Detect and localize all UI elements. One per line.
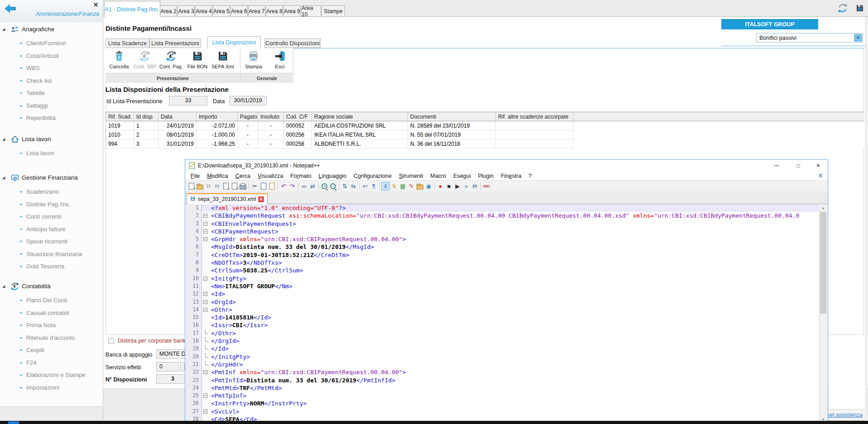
find-icon[interactable]: ∞: [300, 182, 308, 191]
print-icon[interactable]: [239, 182, 247, 191]
sidebar-item-gold-tesoreria[interactable]: Gold Tesoreria: [26, 263, 64, 270]
menubar-close-icon[interactable]: X: [819, 173, 822, 178]
menu-formato[interactable]: Formato: [287, 173, 315, 179]
run-macro-multiple-icon[interactable]: »: [462, 182, 470, 191]
column-header-ragione-sociale[interactable]: Ragione sociale: [312, 112, 408, 121]
tab-area-9[interactable]: Area 9: [283, 5, 301, 17]
code-line[interactable]: 13<OrgId>: [186, 298, 819, 306]
sidebar-item-cespiti[interactable]: Cespiti: [26, 347, 44, 353]
notepad-titlebar[interactable]: E:\Download\sepa_33_20190130.xml - Notep…: [185, 160, 828, 172]
code-line[interactable]: 18</OrgId>: [186, 337, 819, 345]
data-field[interactable]: 30/01/2019: [229, 96, 267, 105]
code-line[interactable]: 12<Id>: [186, 290, 819, 298]
xml-editor[interactable]: 1<?xml version="1.0" encoding="UTF-8"?>2…: [186, 204, 819, 423]
sidebar-item-lista-lavori[interactable]: Lista lavori: [26, 150, 54, 157]
fold-margin[interactable]: [202, 290, 209, 298]
sidebar-item-anticipo-fatture[interactable]: Anticipo fatture: [26, 226, 66, 233]
back-arrow-icon[interactable]: [4, 3, 17, 14]
column-header-data[interactable]: Data: [158, 112, 197, 121]
sidebar-group-anagrafiche[interactable]: Anagrafiche: [22, 26, 54, 33]
chevron-down-icon[interactable]: ▼: [854, 34, 862, 42]
fold-collapse-icon[interactable]: [203, 214, 207, 218]
stop-macro-icon[interactable]: ■: [445, 182, 453, 191]
fold-margin[interactable]: [202, 337, 209, 345]
fold-collapse-icon[interactable]: [203, 308, 207, 312]
code-line[interactable]: 14<Othr>: [186, 306, 819, 314]
column-header-rif-altre-scadenze-accorpate[interactable]: Rif. altre scadenze accorpate: [496, 112, 573, 121]
redo-icon[interactable]: ↷: [288, 182, 297, 191]
menu-linguaggio[interactable]: Linguaggio: [315, 173, 350, 179]
folder-workspace-icon[interactable]: [416, 182, 424, 191]
sidebar-item-situazione-finanziaria[interactable]: Situazione finanziaria: [26, 251, 82, 257]
sync-scroll-v-icon[interactable]: ⇅: [340, 182, 349, 191]
undo-icon[interactable]: ↶: [279, 182, 288, 191]
close-all-icon[interactable]: ×: [230, 182, 239, 191]
scroll-up-icon[interactable]: ▲: [820, 204, 827, 211]
code-line[interactable]: 23<PmtInfId>Distinta num. 33 del 30/01/2…: [186, 376, 819, 384]
spell-check-icon[interactable]: ABC: [482, 182, 491, 191]
app-scrollbar[interactable]: [865, 17, 868, 421]
paste-icon[interactable]: [268, 182, 276, 191]
fold-margin[interactable]: [202, 361, 209, 368]
code-line[interactable]: 1<?xml version="1.0" encoding="UTF-8"?>: [186, 204, 819, 212]
sidebar-item-distinte-pag-inc[interactable]: Distinte Pag./Inc.: [26, 201, 71, 208]
document-switcher-icon[interactable]: ✎: [407, 182, 416, 191]
fold-margin[interactable]: [202, 345, 209, 353]
sidebar-item-tabelle[interactable]: Tabelle: [26, 90, 45, 96]
menu-plugin[interactable]: Plugin: [474, 173, 497, 179]
tab-area-2[interactable]: Area 2: [160, 5, 177, 17]
sidebar-item-reperibilit[interactable]: Reperibilità: [26, 114, 56, 121]
esci-button[interactable]: Esci: [268, 49, 292, 72]
stampa-button[interactable]: Stampa: [241, 49, 266, 72]
fold-collapse-icon[interactable]: [203, 276, 207, 281]
fold-margin[interactable]: [202, 314, 209, 321]
fold-margin[interactable]: [202, 306, 209, 314]
sidebar-close-icon[interactable]: ✕: [93, 1, 98, 8]
sidebar-item-piano-dei-conti[interactable]: Piano Dei Conti: [26, 297, 67, 304]
tab-area-8[interactable]: Area 8: [266, 5, 283, 17]
zoom-out-icon[interactable]: −: [329, 182, 337, 191]
sidebar-item-impostazioni[interactable]: Impostazioni: [26, 384, 59, 391]
code-line[interactable]: 24<PmtMtd>TRF</PmtMtd>: [186, 384, 819, 392]
fold-margin[interactable]: [202, 212, 209, 219]
code-line[interactable]: 9<CtrlSum>5038.25</CtrlSum>: [186, 267, 819, 274]
fold-collapse-icon[interactable]: [203, 222, 207, 226]
tab-area-6[interactable]: Area 6: [230, 5, 248, 17]
play-macro-icon[interactable]: ▶: [453, 182, 462, 191]
code-line[interactable]: 27<SvcLvl>: [186, 408, 819, 415]
column-header-insoluto[interactable]: Insoluto: [258, 112, 284, 121]
sync-scroll-h-icon[interactable]: ⇆: [349, 182, 358, 191]
menu-macro[interactable]: Macro: [427, 173, 450, 179]
copy-icon[interactable]: [259, 182, 268, 191]
fold-margin[interactable]: [202, 251, 209, 259]
corporate-banking-checkbox[interactable]: [108, 338, 114, 344]
servizio-effetti-field[interactable]: 0: [156, 362, 179, 372]
column-header-rif-scad[interactable]: Rif. Scad.: [106, 112, 134, 121]
column-header-pagato[interactable]: Pagato: [238, 112, 258, 121]
save-macro-icon[interactable]: [470, 182, 479, 191]
sepa-xml-button[interactable]: SEPA Xml: [211, 49, 235, 72]
code-line[interactable]: 10<InitgPty>: [186, 275, 819, 282]
indent-guide-icon[interactable]: ‖: [381, 182, 390, 191]
save-all-icon[interactable]: [213, 182, 221, 191]
fold-margin[interactable]: [202, 408, 209, 415]
tab-stampe[interactable]: Stampe: [321, 5, 345, 17]
sidebar-group-contabilit[interactable]: Contabilità: [22, 283, 51, 290]
fold-margin[interactable]: [202, 384, 209, 392]
cont-pag-button[interactable]: €Cont. Pag.: [159, 49, 183, 72]
maximize-button[interactable]: □: [788, 160, 809, 172]
fold-margin[interactable]: [202, 376, 209, 384]
tab-area-4[interactable]: Area 4: [195, 5, 212, 17]
sidebar-item-clienti-fornitori[interactable]: Clienti/Fornitori: [26, 40, 66, 47]
sidebar-item-prima-nota[interactable]: Prima Nota: [26, 322, 56, 329]
replace-icon[interactable]: ⇄: [308, 182, 317, 191]
table-row[interactable]: 994331/01/2019-1.966,25--000258ALBONETTI…: [106, 139, 864, 148]
save-icon[interactable]: [204, 182, 213, 191]
fold-margin[interactable]: [202, 220, 209, 228]
fold-margin[interactable]: [202, 400, 209, 407]
subtab-controllo-disposizioni[interactable]: Controllo Disposizioni: [264, 38, 321, 48]
doc-type-select[interactable]: Bonifici passivi ▼: [756, 33, 863, 43]
cont-sbf-button[interactable]: €Cont. SBF: [133, 49, 157, 72]
tab-area-10[interactable]: Area 10: [301, 5, 321, 17]
code-line[interactable]: 17</Othr>: [186, 329, 819, 337]
